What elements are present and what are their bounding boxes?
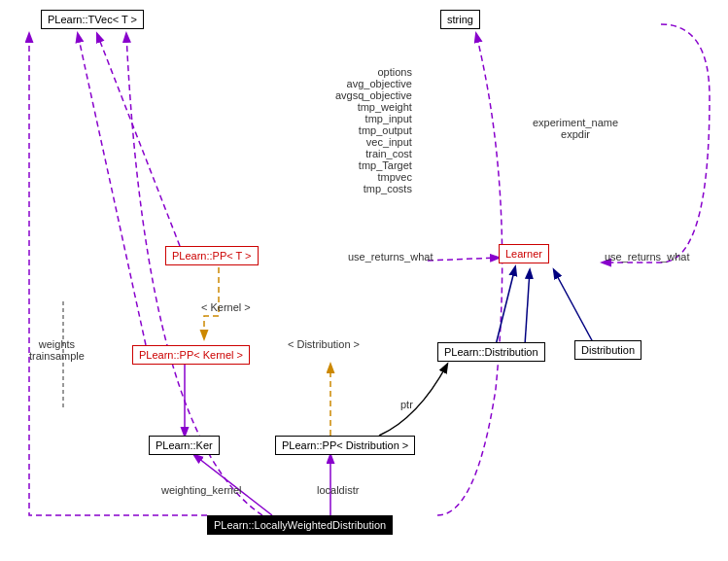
node-tvec: PLearn::TVec< T > <box>41 10 144 29</box>
node-locally-weighted: PLearn::LocallyWeightedDistribution <box>207 515 393 535</box>
label-ptr: ptr <box>400 399 413 410</box>
label-options-group: options avg_objective avgsq_objective tm… <box>335 66 412 194</box>
label-distribution: < Distribution > <box>288 338 360 350</box>
node-plearn-ker: PLearn::Ker <box>149 436 220 455</box>
label-localdistr: localdistr <box>317 484 359 496</box>
node-string: string <box>440 10 480 29</box>
node-plearn-distribution: PLearn::Distribution <box>437 342 545 362</box>
label-use-returns-right: use_returns_what <box>605 251 689 263</box>
node-learner: Learner <box>499 244 549 263</box>
node-pp-t: PLearn::PP< T > <box>165 246 259 265</box>
node-pp-kernel: PLearn::PP< Kernel > <box>132 345 250 365</box>
label-exp-name: experiment_name expdir <box>533 117 618 140</box>
label-weights: weights trainsample <box>29 338 85 362</box>
diagram-container: PLearn::TVec< T > string PLearn::PP< T >… <box>0 0 728 561</box>
label-kernel: < Kernel > <box>201 301 251 313</box>
label-use-returns-left: use_returns_what <box>348 251 433 263</box>
node-distribution: Distribution <box>574 340 641 360</box>
node-pp-distribution: PLearn::PP< Distribution > <box>275 436 415 455</box>
label-weighting-kernel: weighting_kernel <box>161 484 242 496</box>
